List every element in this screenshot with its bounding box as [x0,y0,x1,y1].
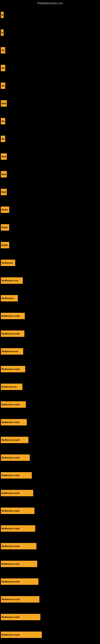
bar-row: Bo [1,77,100,94]
bar-row: Bottleneck result [1,466,100,484]
bar-item: Bottleneck result [1,437,28,443]
bar-label: Bottleneck result [1,527,19,530]
bar-row: Bottleneck result [1,484,100,502]
bar-label: Bott [1,191,6,193]
bar-label: Bottleneck result [1,545,19,548]
bar-item: B [1,30,3,36]
bar-row: Bottleneck result [1,537,100,555]
bar-item: Bottleneck result [1,508,34,514]
bar-item: Bottleneck result [1,313,25,319]
bar-label: Bottleneck [1,262,13,264]
bar-label: Bottle [1,244,8,246]
bar-label: Bottleneck result [1,474,19,476]
bar-label: Bottleneck result [1,456,19,459]
bar-row: Bottleneck result [1,573,100,590]
bar-row: Bo [1,42,100,59]
bar-row: Bottleneck result [1,307,100,325]
bar-label: Bottleneck res [1,386,17,388]
bar-row: Bottleneck result [1,413,100,431]
bar-row: Bottle [1,218,100,236]
bar-row: Bottleneck result [1,396,100,413]
bar-item: Bo [1,136,5,142]
bar-item: Bottleneck resu [1,348,23,354]
site-title: TheBottlenecker.com [0,0,100,6]
bars-container: BBBoBoBoBottBoBoBottBottBottBottleBottle… [0,6,100,644]
bar-row: Bottleneck result [1,360,100,378]
bar-label: Bottleneck resu [1,279,18,282]
bar-row: Bottleneck result [1,555,100,573]
bar-row: Bott [1,183,100,201]
bar-item: Bott [1,171,7,178]
bar-label: Bottleneck result [1,403,19,406]
bar-item: Bottleneck result [1,614,40,620]
bar-item: Bottleneck result [1,419,27,426]
bar-item: Bottle [1,224,9,231]
bar-item: Bottleneck [1,260,15,266]
bar-row: Bott [1,94,100,112]
bar-item: Bottleneck result [1,543,36,550]
bar-label: Bottleneck result [1,492,19,494]
bar-item: Bo [1,65,5,71]
bar-item: Bottleneck result [1,454,30,461]
bar-row: Bottleneck result [1,449,100,466]
bar-label: Bottleneck result [1,598,19,600]
bar-label: Bottleneck result [1,616,19,618]
bar-label: Bottleneck result [1,315,19,317]
bar-row: Bottleneck result [1,590,100,608]
bar-label: Bottleneck result [1,332,19,335]
bar-item: Bottle [1,206,9,213]
bar-label: Bo [1,120,4,122]
bar-label: Bottleneck result [1,439,19,441]
bar-item: Bottleneck result [1,525,35,532]
bar-label: Bottleneck result [1,421,19,424]
bar-label: Bo [1,67,4,69]
bar-label: Bottleneck result [1,634,19,636]
bar-item: Bo [1,47,5,54]
bar-item: Bo [1,82,5,89]
bar-row: Bottleneck res [1,378,100,396]
bar-label: Bottleneck result [1,563,19,565]
bar-item: Bottleneck resu [1,277,23,284]
bar-row: Bott [1,148,100,166]
bar-label: B [1,14,3,16]
bar-item: Bott [1,153,7,160]
bar-row: Bottleneck result [1,502,100,520]
bar-item: Bott [1,100,7,107]
bar-row: B [1,6,100,24]
bar-label: Bottleneck resu [1,350,18,352]
bar-item: Bottle [1,242,9,248]
bar-label: Bottleneck result [1,368,19,370]
bar-row: Bottle [1,201,100,218]
bar-label: Bottleneck result [1,580,19,583]
bar-item: Bottleneck result [1,632,42,638]
bar-label: B [1,32,3,34]
bar-row: B [1,24,100,42]
bar-label: Bottle [1,208,8,211]
bar-row: Bo [1,59,100,77]
bar-item: Bottleneck result [1,330,24,337]
bar-label: Bo [1,84,4,87]
bar-label: Bott [1,102,6,105]
bar-item: Bottleneck result [1,401,26,408]
bar-row: Bottleneck [1,254,100,272]
bar-label: Bott [1,155,6,158]
bar-item: Bottleneck result [1,490,33,496]
bar-item: Bottleneck res [1,384,22,390]
bar-row: Bo [1,112,100,130]
bar-row: Bottleneck resu [1,272,100,290]
bar-item: Bottleneck result [1,561,37,567]
bar-row: Bottleneck result [1,608,100,626]
bar-row: Bo [1,130,100,148]
bar-item: Bottleneck r [1,295,18,302]
bar-label: Bottleneck r [1,297,14,300]
bar-label: Bo [1,138,4,140]
bar-row: Bottleneck result [1,626,100,644]
bar-row: Bottleneck result [1,431,100,449]
bar-item: Bottleneck result [1,596,39,602]
bar-item: Bottleneck result [1,472,32,478]
bar-label: Bo [1,49,4,52]
bar-item: B [1,12,3,18]
bar-row: Bottleneck r [1,290,100,307]
bar-row: Bottle [1,236,100,254]
bar-item: Bottleneck result [1,366,25,372]
